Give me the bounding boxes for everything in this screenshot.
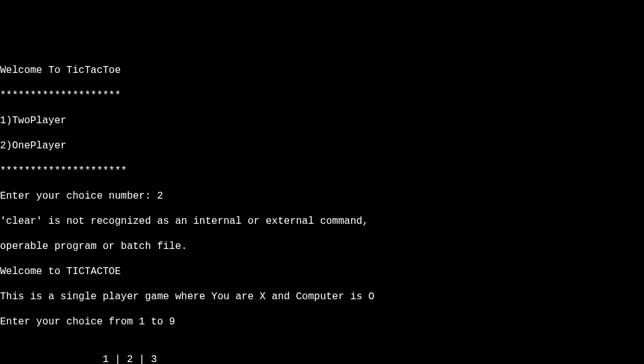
terminal-output[interactable]: Welcome To TicTacToe *******************… (0, 50, 644, 364)
game-description: This is a single player game where You a… (0, 290, 644, 303)
divider-stars: ********************* (0, 165, 644, 177)
divider-stars: ******************** (0, 89, 644, 102)
menu-option-one-player: 2)OnePlayer (0, 140, 644, 152)
welcome-game: Welcome to TICTACTOE (0, 265, 644, 278)
choice-range-prompt: Enter your choice from 1 to 9 (0, 316, 644, 328)
welcome-title: Welcome To TicTacToe (0, 64, 644, 77)
menu-option-two-player: 1)TwoPlayer (0, 114, 644, 127)
reference-board-row-1: 1 | 2 | 3 (0, 353, 644, 364)
error-clear-not-recognized: 'clear' is not recognized as an internal… (0, 215, 644, 228)
error-clear-not-recognized-2: operable program or batch file. (0, 240, 644, 253)
choice-prompt-answered: Enter your choice number: 2 (0, 190, 644, 202)
